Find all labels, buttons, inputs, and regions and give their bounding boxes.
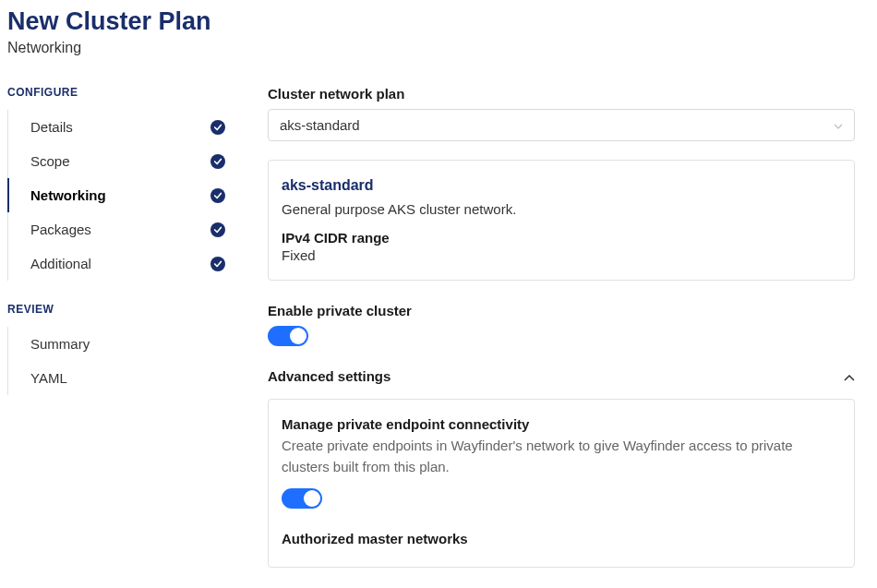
- sidebar-item-scope[interactable]: Scope: [8, 144, 238, 178]
- manage-endpoint-desc: Create private endpoints in Wayfinder's …: [282, 436, 841, 477]
- sidebar-item-label: YAML: [30, 370, 67, 386]
- main-content: Cluster network plan aks-standard aks-st…: [268, 86, 870, 568]
- enable-private-toggle[interactable]: [268, 326, 308, 346]
- sidebar-item-label: Packages: [30, 222, 91, 237]
- sidebar-item-packages[interactable]: Packages: [8, 212, 238, 246]
- sidebar-item-summary[interactable]: Summary: [8, 327, 238, 361]
- sidebar-item-label: Details: [30, 119, 73, 135]
- network-plan-select[interactable]: aks-standard: [268, 109, 855, 141]
- network-plan-label: Cluster network plan: [268, 86, 855, 102]
- sidebar-section-review: REVIEW: [7, 303, 238, 316]
- chevron-down-icon: [834, 119, 843, 132]
- sidebar-item-additional[interactable]: Additional: [8, 246, 238, 281]
- sidebar-item-label: Summary: [30, 336, 90, 352]
- sidebar: CONFIGURE DetailsScopeNetworkingPackages…: [7, 86, 238, 568]
- advanced-settings-card: Manage private endpoint connectivity Cre…: [268, 399, 855, 568]
- advanced-settings-header[interactable]: Advanced settings: [268, 365, 855, 388]
- sidebar-item-yaml[interactable]: YAML: [8, 361, 238, 395]
- page-title: New Cluster Plan: [7, 7, 870, 36]
- page-subtitle: Networking: [7, 40, 870, 56]
- check-icon: [210, 120, 225, 135]
- sidebar-section-configure: CONFIGURE: [7, 86, 238, 99]
- sidebar-item-label: Additional: [30, 256, 91, 271]
- info-card-title: aks-standard: [282, 177, 841, 194]
- sidebar-item-label: Networking: [30, 187, 106, 203]
- manage-endpoint-title: Manage private endpoint connectivity: [282, 416, 841, 432]
- sidebar-item-label: Scope: [30, 153, 70, 169]
- chevron-up-icon: [844, 369, 855, 384]
- sidebar-item-networking[interactable]: Networking: [8, 178, 238, 212]
- toggle-knob: [290, 328, 306, 344]
- cidr-value: Fixed: [282, 247, 841, 263]
- enable-private-label: Enable private cluster: [268, 303, 855, 318]
- check-icon: [210, 154, 225, 169]
- network-plan-info-card: aks-standard General purpose AKS cluster…: [268, 160, 855, 281]
- toggle-knob: [304, 490, 320, 507]
- check-icon: [210, 257, 225, 271]
- advanced-settings-label: Advanced settings: [268, 368, 390, 384]
- check-icon: [210, 222, 225, 237]
- network-plan-value: aks-standard: [280, 117, 360, 133]
- check-icon: [210, 188, 225, 203]
- sidebar-item-details[interactable]: Details: [8, 110, 238, 144]
- authorized-networks-title: Authorized master networks: [282, 531, 841, 546]
- manage-endpoint-toggle[interactable]: [282, 488, 322, 509]
- info-card-desc: General purpose AKS cluster network.: [282, 201, 841, 217]
- cidr-label: IPv4 CIDR range: [282, 230, 841, 246]
